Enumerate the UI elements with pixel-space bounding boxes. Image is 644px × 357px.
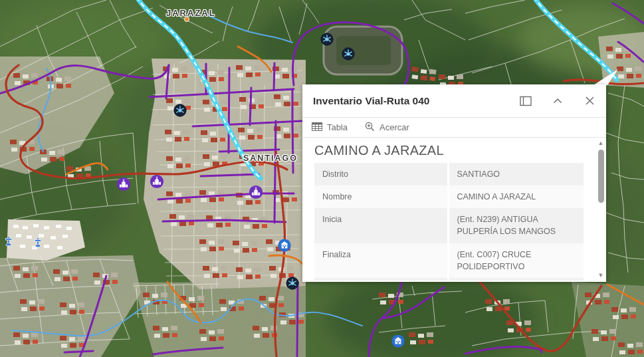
zoom-in-icon: [365, 122, 375, 134]
table-grid-icon: [312, 122, 322, 133]
soccer-field-marker[interactable]: [286, 277, 298, 289]
popup-callout-pointer: [590, 66, 623, 85]
attribute-table: Distrito SANTIAGO Nombre CAMINO A JARAZA…: [314, 163, 584, 281]
soccer-field-marker[interactable]: [321, 33, 333, 45]
zoom-to-button[interactable]: Acercar: [365, 122, 409, 134]
soccer-field-marker[interactable]: [174, 104, 186, 116]
table-row: Distrito SANTIAGO: [314, 163, 584, 185]
zoom-to-button-label: Acercar: [379, 122, 409, 132]
table-button[interactable]: Tabla: [312, 122, 348, 133]
school-marker[interactable]: [391, 334, 404, 347]
field-label: Nombre: [314, 185, 449, 208]
field-label: Codigo: [314, 278, 449, 281]
feature-title: CAMINO A JARAZAL: [314, 138, 584, 163]
popup-title: Inventario Vial-Ruta 040: [313, 95, 500, 107]
table-row: Codigo 004: [314, 278, 584, 281]
table-row: Nombre CAMINO A JARAZAL: [314, 185, 584, 208]
dock-icon[interactable]: [520, 95, 532, 107]
close-icon[interactable]: [584, 95, 595, 107]
popup-toolbar: Tabla Acercar: [302, 118, 606, 138]
field-value: SANTIAGO: [449, 163, 584, 185]
scroll-down-arrow-icon[interactable]: ▼: [596, 271, 605, 279]
table-button-label: Tabla: [327, 122, 348, 132]
school-marker[interactable]: [278, 239, 290, 251]
soccer-field-marker[interactable]: [342, 48, 354, 60]
church-marker[interactable]: [150, 175, 163, 188]
place-label-santiago: SANTIAGO: [243, 154, 298, 163]
table-row: Finaliza (Ent. C007) CRUCE POLIDEPORTIVO: [314, 243, 584, 278]
feature-popup: Inventario Vial-Ruta 040: [302, 84, 606, 282]
field-label: Distrito: [314, 163, 449, 185]
table-row: Inicia (Ent. N239) ANTIGUA PULPERÍA LOS …: [314, 208, 584, 243]
field-value: (Ent. N239) ANTIGUA PULPERÍA LOS MANGOS: [449, 208, 584, 243]
place-label-jarazal: JARAZAL: [166, 8, 216, 18]
field-value: 004: [449, 278, 584, 281]
field-label: Inicia: [314, 208, 449, 243]
field-value: CAMINO A JARAZAL: [449, 185, 584, 208]
popup-content: CAMINO A JARAZAL Distrito SANTIAGO Nombr…: [302, 138, 606, 281]
popup-header: Inventario Vial-Ruta 040: [302, 84, 606, 118]
scrollbar-thumb[interactable]: [598, 150, 604, 203]
church-marker[interactable]: [249, 185, 263, 199]
popup-scrollbar[interactable]: ▲ ▼: [596, 139, 605, 279]
field-label: Finaliza: [314, 243, 449, 278]
church-marker[interactable]: [117, 178, 130, 191]
scroll-up-arrow-icon[interactable]: ▲: [596, 139, 605, 147]
field-value: (Ent. C007) CRUCE POLIDEPORTIVO: [449, 243, 584, 278]
collapse-icon[interactable]: [552, 95, 564, 107]
